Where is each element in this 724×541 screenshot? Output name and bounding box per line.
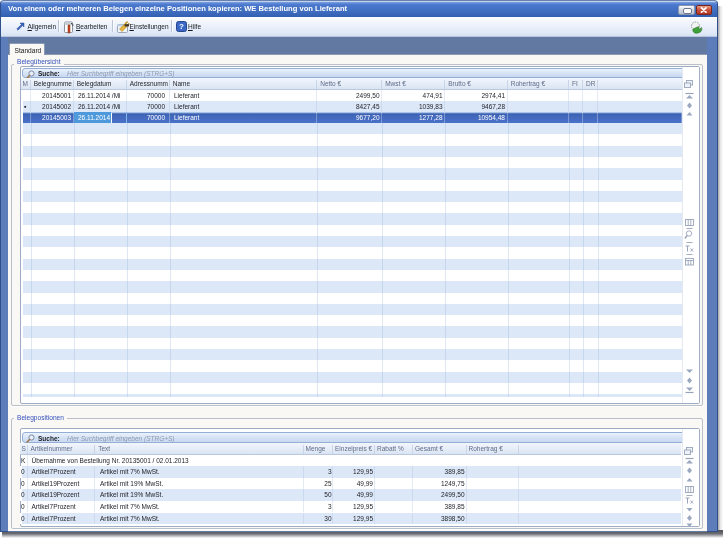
svg-text:?: ? (179, 22, 184, 31)
